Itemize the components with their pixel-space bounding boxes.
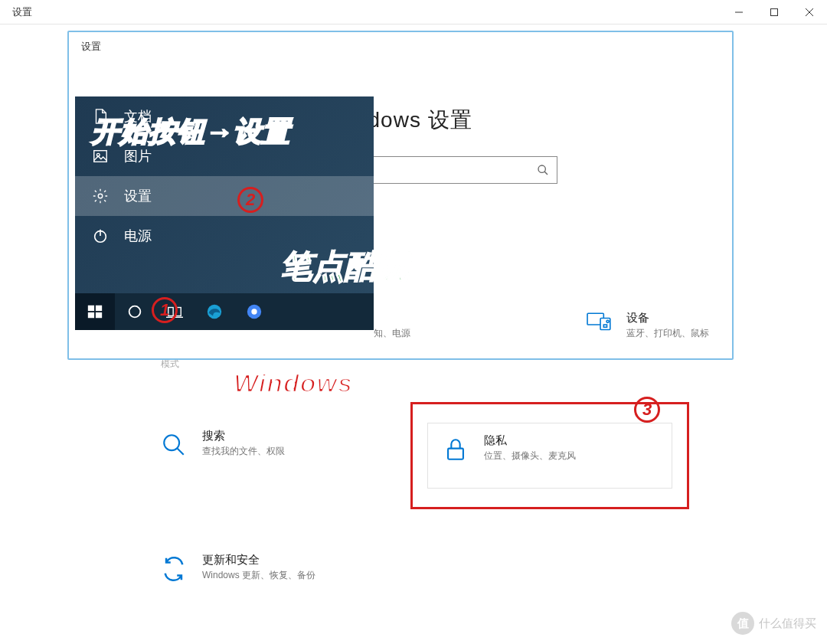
lock-icon bbox=[443, 436, 469, 463]
devices-sub: 蓝牙、打印机、鼠标 bbox=[626, 327, 709, 340]
smzdm-text: 什么值得买 bbox=[759, 616, 816, 631]
category-update[interactable]: 更新和安全 Windows 更新、恢复、备份 bbox=[161, 553, 421, 582]
search-icon bbox=[161, 432, 187, 458]
svg-point-22 bbox=[129, 306, 141, 318]
update-title: 更新和安全 bbox=[202, 553, 315, 567]
devices-title: 设备 bbox=[626, 311, 709, 325]
maximize-button[interactable] bbox=[757, 0, 792, 25]
annotation-number-1: 1 bbox=[152, 297, 178, 323]
category-privacy[interactable]: 隐私 位置、摄像头、麦克风 bbox=[443, 433, 703, 463]
svg-rect-21 bbox=[96, 312, 102, 318]
svg-rect-1 bbox=[771, 8, 778, 15]
inner-window-title: 设置 bbox=[69, 32, 732, 61]
outer-window-titlebar: 设置 bbox=[0, 0, 827, 25]
svg-point-28 bbox=[251, 309, 257, 314]
svg-point-15 bbox=[98, 194, 103, 198]
svg-rect-13 bbox=[94, 151, 107, 162]
svg-rect-19 bbox=[96, 306, 102, 311]
window-controls bbox=[721, 0, 827, 25]
gear-icon bbox=[92, 188, 109, 204]
start-item-label: 设置 bbox=[124, 187, 152, 205]
search-title: 搜索 bbox=[202, 429, 285, 443]
start-button[interactable] bbox=[75, 293, 115, 330]
privacy-title: 隐私 bbox=[484, 433, 576, 448]
close-button[interactable] bbox=[792, 0, 827, 25]
annotation-number-3: 3 bbox=[634, 397, 660, 423]
annotation-step1: 开始按钮→设置 bbox=[92, 113, 290, 151]
devices-icon bbox=[587, 311, 613, 337]
annotation-watermark: 笔点酷玩 bbox=[280, 245, 409, 288]
svg-point-4 bbox=[164, 435, 179, 450]
svg-rect-18 bbox=[88, 306, 94, 311]
svg-rect-20 bbox=[88, 312, 94, 318]
search-icon[interactable] bbox=[537, 164, 549, 176]
svg-point-7 bbox=[538, 165, 545, 172]
smzdm-watermark: 值 什么值得买 bbox=[731, 612, 816, 635]
category-search[interactable]: 搜索 查找我的文件、权限 bbox=[161, 429, 421, 458]
start-item-label: 电源 bbox=[124, 227, 152, 245]
taskbar-cortana[interactable] bbox=[115, 293, 155, 330]
power-icon bbox=[92, 227, 109, 244]
annotation-step2: Windows设置→隐私 bbox=[234, 366, 487, 401]
update-sub: Windows 更新、恢复、备份 bbox=[202, 569, 315, 582]
annotation-number-2: 2 bbox=[237, 187, 263, 213]
outer-window-title: 设置 bbox=[0, 5, 32, 19]
taskbar bbox=[75, 293, 374, 330]
start-menu-settings[interactable]: 设置 bbox=[75, 176, 374, 216]
taskbar-app[interactable] bbox=[234, 293, 274, 330]
svg-line-8 bbox=[544, 172, 548, 175]
minimize-button[interactable] bbox=[721, 0, 757, 25]
search-sub: 查找我的文件、权限 bbox=[202, 445, 285, 458]
sync-icon bbox=[161, 556, 187, 582]
smzdm-badge: 值 bbox=[731, 612, 754, 635]
system-sub-partial: 知、电源 bbox=[374, 327, 410, 340]
taskbar-edge[interactable] bbox=[194, 293, 234, 330]
category-devices[interactable]: 设备 蓝牙、打印机、鼠标 bbox=[587, 311, 709, 340]
svg-rect-6 bbox=[448, 449, 463, 459]
svg-line-5 bbox=[177, 448, 184, 455]
privacy-sub: 位置、摄像头、麦克风 bbox=[484, 449, 576, 463]
